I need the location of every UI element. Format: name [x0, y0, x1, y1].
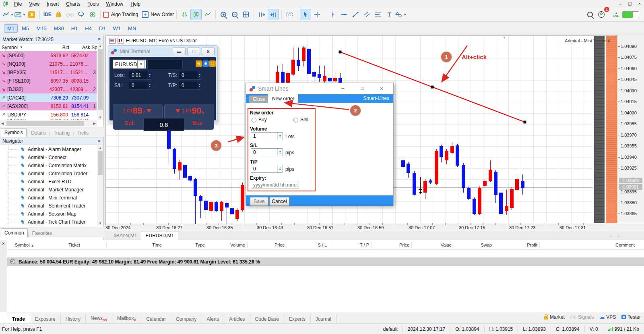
mini-close-button[interactable]: × — [202, 48, 215, 55]
chart-tab-scroll-icons[interactable]: ‹ › — [611, 234, 622, 239]
navigator-close-icon[interactable]: ✕ — [97, 139, 101, 144]
market-watch-close-icon[interactable]: ✕ — [97, 37, 101, 42]
timeframe-M1[interactable]: M1 — [4, 24, 18, 33]
market-watch-hscrollbar[interactable]: ◀ ▶ — [0, 120, 97, 127]
toolbox-tab-news[interactable]: News99 — [86, 313, 112, 324]
market-watch-row[interactable]: ↗[CAC40] 7306.29 7307.09 — [0, 93, 97, 102]
navigator-tab-common[interactable]: Common — [1, 228, 28, 237]
vertical-line-tool-icon[interactable] — [328, 9, 338, 20]
market-watch-column-header[interactable]: Symbol▼ Bid Ask Sp — [0, 44, 103, 52]
save-button[interactable]: Save — [250, 197, 268, 206]
trendline-tool-icon[interactable] — [350, 9, 361, 20]
market-watch-row[interactable]: ↗[ASX200] 8152.61 8154.41 1 — [0, 102, 97, 110]
cursor-tool-icon[interactable] — [300, 9, 311, 20]
menu-tools[interactable]: Tools — [84, 0, 103, 8]
toolbox-column-ticket[interactable]: Ticket — [68, 243, 80, 247]
market-watch-tab-trading[interactable]: Trading — [50, 129, 73, 137]
mini-symbol-select[interactable]: EURUSD ▼ — [113, 60, 146, 68]
market-watch-row[interactable]: ↘[IBEX35] 11517.... 11521.... 3 — [0, 68, 97, 77]
market-watch-row[interactable]: ↘[DJI30] 42307.... 42309.... 2 — [0, 85, 97, 93]
market-watch-row[interactable]: ↗USDJPY 156.800 156.814 — [0, 110, 97, 119]
market-watch-tab-ticks[interactable]: Ticks — [74, 129, 92, 137]
zoom-in-icon[interactable]: + — [218, 9, 229, 20]
channel-tool-icon[interactable] — [361, 9, 372, 20]
toolbox-column-price[interactable]: Price — [275, 243, 285, 247]
toolbox-tab-articles[interactable]: Articles — [224, 314, 250, 324]
new-order-button[interactable]: +New Order — [142, 9, 174, 20]
toolbox-tab-trade[interactable]: Trade — [7, 314, 30, 324]
mini-link-icon[interactable]: % — [196, 60, 202, 67]
tile-windows-icon[interactable] — [241, 9, 251, 20]
bottom-link-signals[interactable]: ((•))Signals — [570, 314, 594, 320]
restore-button[interactable]: ▢ — [627, 1, 633, 6]
zoom-out-icon[interactable]: − — [229, 9, 240, 20]
toolbox-column-profit[interactable]: Profit — [527, 243, 537, 247]
timeframe-W1[interactable]: W1 — [110, 24, 124, 33]
screenshot-camera-icon[interactable] — [284, 9, 295, 20]
navigator-item[interactable]: Admiral - Session Map — [8, 210, 105, 218]
menu-view[interactable]: View — [25, 0, 43, 8]
toolbox-column-type[interactable]: Type — [195, 243, 205, 247]
market-watch-row[interactable]: ↘[FTSE100] 8097.35 8098.15 — [0, 77, 97, 85]
notifications-user-icon[interactable]: 1 — [596, 9, 607, 20]
minimize-button[interactable]: – — [617, 1, 623, 6]
vps-cloud-icon[interactable] — [76, 9, 87, 20]
mini-minimize-button[interactable]: ▬ — [173, 48, 186, 55]
bottom-link-tester[interactable]: Tester — [621, 314, 641, 320]
market-watch-tab-symbols[interactable]: Symbols — [1, 128, 27, 137]
toolbox-tab-alerts[interactable]: Alerts — [202, 314, 225, 324]
toolbox-column-sl[interactable]: S / L — [318, 243, 327, 247]
toolbox-tab-mailbox[interactable]: Mailbox8 — [112, 313, 141, 324]
horizontal-line-tool-icon[interactable] — [339, 9, 349, 20]
mini-grid-icon[interactable]: ∷ — [209, 60, 216, 67]
fibonacci-tool-icon[interactable] — [373, 9, 383, 20]
toolbox-column-time[interactable]: Time — [152, 243, 162, 247]
smart-close-tab[interactable]: Close — [249, 95, 269, 103]
menu-window[interactable]: Window — [103, 0, 127, 8]
navigator-item[interactable]: Admiral - Correlation Trader — [8, 170, 105, 178]
shift-end-icon[interactable] — [256, 9, 267, 20]
timeframe-D1[interactable]: D1 — [96, 24, 109, 33]
market-watch-row[interactable]: ↘[NQ100] 21075.... 21076.... — [0, 60, 97, 68]
price-axis[interactable]: 1.040901.040751.040601.040451.040301.040… — [618, 35, 644, 223]
chart-type-icon[interactable]: ▼ — [3, 9, 14, 20]
dollar-icon[interactable]: $ — [27, 9, 37, 20]
menu-charts[interactable]: Charts — [62, 0, 84, 8]
toolbox-tab-calendar[interactable]: Calendar — [141, 314, 171, 324]
toolbox-column-swap[interactable]: Swap — [481, 243, 492, 247]
community-icon[interactable] — [87, 9, 98, 20]
navigator-item[interactable]: Admiral - Excel RTD — [8, 178, 105, 186]
algo-trading-button[interactable]: Algo Trading — [103, 9, 138, 20]
toolbox-column-value[interactable]: Value — [441, 243, 452, 247]
navigator-item[interactable]: Admiral - Alarm Manager — [8, 145, 105, 154]
market-watch-row[interactable]: ↘[SP500] 5873.62 5874.02 — [0, 51, 97, 60]
toolbox-close-icon[interactable]: ✕ — [2, 241, 5, 246]
timeframe-M15[interactable]: M15 — [33, 24, 50, 33]
close-button[interactable]: × — [637, 1, 642, 6]
line-chart-mode-icon[interactable] — [202, 9, 213, 20]
smart-new-order-tab[interactable]: New order — [268, 94, 298, 104]
navigator-item[interactable]: Admiral - Connect — [8, 154, 105, 162]
mini-restore-button[interactable]: ▢ — [187, 48, 200, 55]
navigator-item[interactable]: Admiral - Tick Chart Trader — [8, 218, 105, 226]
collapse-icon[interactable] — [10, 259, 15, 264]
market-watch-vscrollbar[interactable]: ▲ ▼ — [97, 44, 103, 120]
navigator-vscrollbar[interactable]: ▲ ▼ — [97, 145, 103, 226]
mini-gear-icon[interactable]: ✱ — [202, 60, 209, 67]
navigator-item[interactable]: Admiral - Correlation Matrix — [8, 162, 105, 170]
shapes-tool-icon[interactable]: ▼ — [395, 9, 407, 20]
toolbox-column-headers[interactable]: Symbol ▲TicketTimeTypeVolumePriceS / LT … — [7, 241, 644, 250]
timeframe-H1[interactable]: H1 — [68, 24, 81, 33]
ide-button[interactable]: IDE — [42, 9, 53, 20]
time-axis[interactable]: 30 Dec 202430 Dec 16:2730 Dec 16:3530 De… — [105, 223, 644, 231]
menu-insert[interactable]: Insert — [43, 0, 62, 8]
cancel-button[interactable]: Cancel — [269, 197, 289, 206]
smart-close-button[interactable]: × — [376, 85, 388, 92]
balance-row[interactable]: Balance: 50 004.54 EUR Equity: 49 982.10… — [7, 257, 644, 266]
toolbox-tab-journal[interactable]: Journal — [311, 314, 336, 324]
timeframe-M30[interactable]: M30 — [50, 24, 67, 33]
market-watch-tab-details[interactable]: Details — [28, 129, 49, 137]
toolbox-tab-company[interactable]: Company — [171, 314, 202, 324]
toolbox-tab-code-base[interactable]: Code Base — [250, 314, 284, 324]
navigator-tab-favorites[interactable]: Favorites — [29, 229, 55, 237]
